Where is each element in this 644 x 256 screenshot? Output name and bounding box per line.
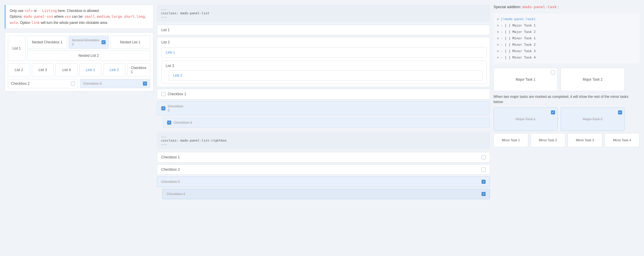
special-header: Special addition: mado-panel-task : bbox=[494, 5, 639, 9]
rb-checkbox2: Checkbox 2 bbox=[157, 164, 490, 175]
rb-checkbox4-box[interactable] bbox=[482, 192, 486, 196]
major-task2-card: Major Task 2 bbox=[561, 68, 625, 91]
code-block-1: --- cssclass: mado-panel-list --- bbox=[157, 5, 490, 22]
code-list: > [!mado-panel-task] > - [ ] Major Task … bbox=[494, 14, 639, 63]
code-list-line6: > - [ ] Minor Task 4 bbox=[497, 54, 636, 61]
code2-line2: cssclass: mado-panel-list-rightbox bbox=[161, 139, 486, 142]
list3-label: List 3 bbox=[166, 64, 482, 68]
panel-list1: List 1 bbox=[157, 25, 490, 35]
right-column: Special addition: mado-panel-task : > [!… bbox=[494, 5, 639, 251]
major-completed-grid: Major Task 1 Major Task 2 bbox=[494, 107, 639, 131]
info-text: Only use <ul> or - Listing here. Checkbo… bbox=[10, 9, 100, 13]
list1-cell: List 1 bbox=[8, 36, 25, 61]
rb-checkbox1-box[interactable] bbox=[482, 155, 486, 159]
list3-cell: List 3 bbox=[32, 63, 54, 77]
checkbox3-panel: Checkbox 3 bbox=[163, 117, 490, 128]
code-line3: --- bbox=[161, 15, 486, 19]
major-task1-cb[interactable] bbox=[551, 70, 555, 75]
code2-line1: --- bbox=[161, 135, 486, 139]
rb-checkbox2-label: Checkbox 2 bbox=[161, 167, 180, 172]
nested-checkbox2-label: Nested Checkbox 2 bbox=[72, 38, 99, 46]
code-list-line1: > - [ ] Major Task 1 bbox=[497, 22, 636, 29]
major-task2-completed-card: Major Task 2 bbox=[561, 107, 625, 131]
link2-label: Link 2 bbox=[173, 73, 182, 77]
special-header-text: Special addition: bbox=[494, 5, 522, 9]
code-list-line2: > - [ ] Major Task 2 bbox=[497, 29, 636, 35]
minor-task3-label: Minor Task 3 bbox=[576, 138, 594, 142]
special-class-label: mado-panel-task bbox=[522, 5, 556, 9]
list2-cell: List 2 bbox=[8, 63, 30, 77]
checkbox2-main-label: Checkbox 2 bbox=[168, 104, 185, 112]
nested-list1-label: Nested List 1 bbox=[120, 40, 140, 44]
minor-task2-label: Minor Task 2 bbox=[539, 138, 557, 142]
major-task2-completed-cb[interactable] bbox=[618, 110, 622, 114]
nested-checkbox1-label: Nested Checkbox 1 bbox=[32, 40, 62, 44]
minor-task4-card: Minor Task 4 bbox=[605, 133, 639, 147]
list3-subpanel: List 3 Link 2 bbox=[161, 61, 487, 84]
rb-checkbox1: Checkbox 1 bbox=[157, 152, 490, 163]
rb-checkbox4-label: Checkbox 4 bbox=[167, 192, 185, 196]
rb-checkbox1-label: Checkbox 1 bbox=[161, 155, 180, 159]
info-box: Only use <ul> or - Listing here. Checkbo… bbox=[5, 5, 153, 29]
list2-header: List 2 bbox=[157, 37, 490, 47]
checkbox-rows: Checkbox 2 Checkbox 3 bbox=[8, 79, 150, 88]
major-task2-completed-label: Major Task 2 bbox=[583, 117, 603, 121]
code-list-line5: > - [ ] Minor Task 3 bbox=[497, 48, 636, 54]
checkbox3-main-box[interactable] bbox=[167, 121, 171, 125]
nested-checkbox2-cell: Nested Checkbox 2 bbox=[69, 36, 108, 49]
left-column: Only use <ul> or - Listing here. Checkbo… bbox=[5, 5, 153, 251]
completed-section: Major Task 1 Major Task 2 Minor Task 1 M… bbox=[494, 107, 639, 147]
rb-checkbox3-label: Checkbox 3 bbox=[161, 180, 180, 184]
panel-bottom-row: List 2 List 3 List 4 Link 1 Link 2 Check… bbox=[8, 63, 150, 77]
list1-label: List 1 bbox=[13, 46, 21, 50]
link1-panel[interactable]: Link 1 bbox=[161, 47, 487, 58]
major-task2-label: Major Task 2 bbox=[583, 77, 603, 82]
checkbox3-row: Checkbox 3 bbox=[80, 79, 150, 88]
panel-list1-label: List 1 bbox=[161, 28, 170, 32]
checkbox2-box[interactable] bbox=[71, 82, 75, 86]
checkbox2-panel: Checkbox 2 bbox=[157, 101, 490, 116]
list-panels: List 1 List 2 Link 1 List 3 Link 2 bbox=[157, 25, 490, 128]
code2-line3: --- bbox=[161, 142, 486, 146]
code-list-line3: > - [ ] Minor Task 1 bbox=[497, 35, 636, 42]
code-block-2: --- cssclass: mado-panel-list-rightbox -… bbox=[157, 132, 490, 149]
major-task1-completed-card: Major Task 1 bbox=[494, 107, 558, 131]
checkbox2-label: Checkbox 2 bbox=[11, 82, 29, 86]
code-line2: cssclass: mado-panel-list bbox=[161, 11, 486, 15]
rb-checkbox3-box[interactable] bbox=[482, 180, 486, 184]
code-list-line4: > - [ ] Minor Task 2 bbox=[497, 42, 636, 48]
major-task2-completed-corner bbox=[618, 110, 622, 114]
rb-checkbox2-box[interactable] bbox=[482, 167, 486, 172]
nested-checkbox1-cell: Nested Checkbox 1 bbox=[27, 36, 67, 49]
checkbox1-main-label: Checkbox 1 bbox=[168, 92, 186, 96]
link2-panel[interactable]: Link 2 bbox=[169, 70, 482, 81]
panel-demo: List 1 Nested Checkbox 1 Nested Checkbox… bbox=[5, 32, 153, 91]
major-task1-completed-corner bbox=[551, 110, 555, 114]
panel-list2: List 2 Link 1 List 3 Link 2 bbox=[157, 37, 490, 87]
checkbox2-main-box[interactable] bbox=[161, 106, 165, 110]
checkbox1-main-box[interactable] bbox=[161, 92, 165, 96]
link1-label: Link 1 bbox=[166, 50, 175, 54]
nested-list2-label: Nested List 2 bbox=[78, 54, 99, 58]
minor-task-grid: Minor Task 1 Minor Task 2 Minor Task 3 M… bbox=[494, 133, 639, 147]
rb-checkbox3: Checkbox 3 bbox=[157, 176, 490, 187]
checkbox3-label: Checkbox 3 bbox=[83, 82, 102, 86]
major-task1-label: Major Task 1 bbox=[516, 77, 536, 82]
minor-task1-card: Minor Task 1 bbox=[494, 133, 528, 147]
nested-checkbox2-box[interactable] bbox=[102, 40, 106, 44]
explain-text: When two major tasks are marked as compl… bbox=[494, 94, 639, 105]
major-task1-card: Major Task 1 bbox=[494, 68, 558, 91]
major-task1-corner-box bbox=[551, 70, 555, 75]
link2-cell[interactable]: Link 2 bbox=[103, 63, 125, 77]
checkbox3-main-label: Checkbox 3 bbox=[174, 121, 192, 125]
checkbox3-box[interactable] bbox=[143, 82, 147, 86]
link1-cell[interactable]: Link 1 bbox=[79, 63, 102, 77]
nested-group: Nested Checkbox 1 Nested Checkbox 2 Nest… bbox=[27, 36, 150, 61]
minor-task2-card: Minor Task 2 bbox=[531, 133, 565, 147]
nested-list2-cell: Nested List 2 bbox=[27, 50, 150, 61]
list4-cell: List 4 bbox=[55, 63, 78, 77]
checkbox2-row: Checkbox 2 bbox=[8, 79, 78, 88]
major-task1-completed-label: Major Task 1 bbox=[516, 117, 536, 121]
code-line1: --- bbox=[161, 8, 486, 11]
major-task1-completed-cb[interactable] bbox=[551, 110, 555, 114]
